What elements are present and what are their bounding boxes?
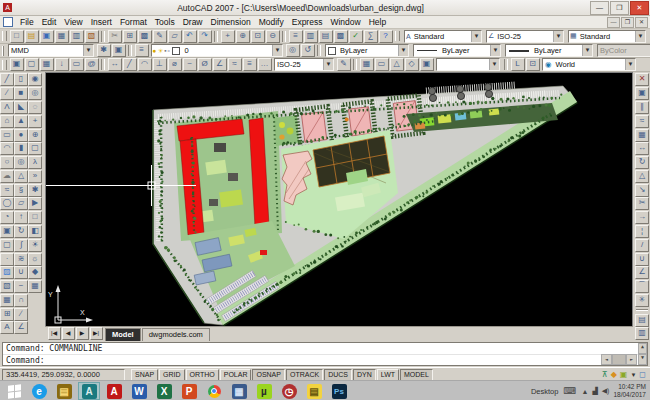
- pan-icon[interactable]: +: [221, 30, 235, 43]
- explode-icon[interactable]: ✳: [635, 294, 649, 307]
- ucs-previous-icon[interactable]: ⊡: [526, 58, 540, 71]
- tool-palettes-icon[interactable]: ▤: [319, 30, 333, 43]
- wedge-icon[interactable]: ◣: [14, 101, 28, 114]
- menu-modify[interactable]: Modify: [255, 16, 288, 28]
- match-properties-icon[interactable]: ✎: [153, 30, 167, 43]
- workspace-combo[interactable]: MMD▼: [8, 44, 94, 57]
- mirror-icon[interactable]: ∥: [635, 101, 649, 114]
- save-icon[interactable]: ▣: [40, 30, 54, 43]
- polygonal-viewport-icon[interactable]: △: [390, 58, 404, 71]
- hatch-icon[interactable]: ▨: [0, 266, 14, 279]
- linear-dimension-icon[interactable]: ↔: [108, 58, 122, 71]
- revolve-icon[interactable]: ↻: [14, 225, 28, 238]
- continue-dimension-icon[interactable]: …: [258, 58, 272, 71]
- tab-layout-dwgmodels[interactable]: dwgmodels.com: [142, 328, 210, 341]
- send-to-back-icon[interactable]: ▥: [635, 327, 649, 340]
- linetype-combo[interactable]: ByLayer▼: [413, 44, 501, 57]
- diameter-dimension-icon[interactable]: Ø: [198, 58, 212, 71]
- loft-icon[interactable]: ≋: [14, 253, 28, 266]
- taskbar-powerpoint-icon[interactable]: P: [178, 382, 200, 400]
- ordinate-dimension-icon[interactable]: ⊥: [153, 58, 167, 71]
- toggle-ortho[interactable]: ORTHO: [186, 369, 219, 381]
- chevron-down-icon[interactable]: ▼: [471, 31, 481, 42]
- toggle-osnap[interactable]: OSNAP: [252, 369, 285, 381]
- hide-icon[interactable]: □: [28, 211, 42, 224]
- markup-set-manager-icon[interactable]: ✓: [349, 30, 363, 43]
- dim-style-combo[interactable]: ∠ ISO-25▼: [486, 30, 564, 43]
- copy-object-icon[interactable]: ▣: [635, 87, 649, 100]
- save-workspace-icon[interactable]: ▣: [112, 44, 126, 57]
- radius-dimension-icon[interactable]: ⌀: [168, 58, 182, 71]
- cui-loaded-icon[interactable]: ▣: [620, 370, 628, 379]
- redo-icon[interactable]: ↷: [198, 30, 212, 43]
- tab-model[interactable]: Model: [105, 328, 141, 341]
- publish-icon[interactable]: ▧: [85, 30, 99, 43]
- sweep-icon[interactable]: ∫: [14, 239, 28, 252]
- ellipse-arc-icon[interactable]: ◔: [0, 211, 14, 224]
- toggle-polar[interactable]: POLAR: [220, 369, 252, 381]
- new-icon[interactable]: □: [10, 30, 24, 43]
- layer-previous-icon[interactable]: ↺: [301, 44, 315, 57]
- dim-style-combo-2[interactable]: ISO-25▼: [274, 58, 334, 71]
- fly-icon[interactable]: »: [28, 170, 42, 183]
- clean-screen-icon[interactable]: ◻: [639, 370, 646, 379]
- chevron-down-icon[interactable]: ▼: [553, 31, 563, 42]
- toggle-model[interactable]: MODEL: [400, 369, 433, 381]
- torus-icon[interactable]: ◎: [14, 156, 28, 169]
- baseline-dimension-icon[interactable]: ≡: [243, 58, 257, 71]
- touch-keyboard-icon[interactable]: ⌨: [563, 386, 576, 396]
- menu-help[interactable]: Help: [365, 16, 390, 28]
- slice-icon[interactable]: ∕: [14, 308, 28, 321]
- angular-dimension-icon[interactable]: ∠: [213, 58, 227, 71]
- menu-draw[interactable]: Draw: [179, 16, 207, 28]
- copy-icon[interactable]: ⊞: [123, 30, 137, 43]
- coordinate-readout[interactable]: 335.4419, 259.0932, 0.0000: [2, 369, 125, 381]
- helix-icon[interactable]: §: [14, 184, 28, 197]
- command-input-line[interactable]: Command:: [3, 354, 647, 366]
- tray-caret-icon[interactable]: ▼: [630, 372, 636, 378]
- doc-restore-icon[interactable]: ❐: [621, 17, 634, 28]
- break-at-point-icon[interactable]: ¦: [635, 225, 649, 238]
- first-tab-icon[interactable]: |◀: [48, 327, 61, 340]
- constrained-orbit-icon[interactable]: ◉: [28, 73, 42, 86]
- box-icon[interactable]: ■: [14, 87, 28, 100]
- taskbar-calculator-icon[interactable]: ▦: [228, 382, 250, 400]
- subtract-icon[interactable]: −: [14, 280, 28, 293]
- cut-icon[interactable]: ✂: [108, 30, 122, 43]
- network-icon[interactable]: ▟: [592, 387, 597, 395]
- title-bar[interactable]: A AutoCAD 2007 - [C:\Users\Moeed\Downloa…: [0, 0, 650, 16]
- toggle-dyn[interactable]: DYN: [353, 369, 376, 381]
- doc-minimize-icon[interactable]: —: [607, 17, 620, 28]
- make-block-icon[interactable]: ▢: [0, 239, 14, 252]
- gradient-icon[interactable]: ▧: [0, 280, 14, 293]
- previous-tab-icon[interactable]: ◀: [62, 327, 75, 340]
- toolbar-grip[interactable]: [2, 46, 4, 56]
- taskbar-sticky-notes-icon[interactable]: ▤: [303, 382, 325, 400]
- model-space-canvas[interactable]: Y X: [45, 72, 633, 327]
- table-icon[interactable]: ⊞: [0, 308, 14, 321]
- viewport-scale-combo[interactable]: ▼: [436, 58, 500, 71]
- taskbar-utorrent-icon[interactable]: µ: [253, 382, 275, 400]
- toggle-otrack[interactable]: OTRACK: [286, 369, 323, 381]
- free-orbit-icon[interactable]: ◎: [28, 87, 42, 100]
- taskbar-chrome-icon[interactable]: [203, 382, 225, 400]
- last-tab-icon[interactable]: ▶|: [90, 327, 103, 340]
- jogged-dimension-icon[interactable]: ~: [183, 58, 197, 71]
- walk-icon[interactable]: λ: [28, 156, 42, 169]
- animation-icon[interactable]: ▶: [28, 197, 42, 210]
- layer-properties-icon[interactable]: ≡: [135, 44, 149, 57]
- walk-fly-settings-icon[interactable]: ✱: [28, 184, 42, 197]
- toggle-snap[interactable]: SNAP: [131, 369, 158, 381]
- desktop-label[interactable]: Desktop: [531, 387, 559, 396]
- planar-surface-icon[interactable]: ▱: [14, 197, 28, 210]
- camera-icon[interactable]: ▢: [28, 142, 42, 155]
- chevron-down-icon[interactable]: ▼: [635, 31, 645, 42]
- layer-combo[interactable]: ● ☀ ▪ ▫ 0▼: [151, 44, 283, 57]
- extend-icon[interactable]: →: [635, 211, 649, 224]
- insert-block-icon[interactable]: ▣: [0, 225, 14, 238]
- chevron-down-icon[interactable]: ▼: [323, 59, 333, 70]
- taskbar-excel-icon[interactable]: X: [153, 382, 175, 400]
- menu-tools[interactable]: Tools: [151, 16, 179, 28]
- chamfer-icon[interactable]: ∠: [635, 266, 649, 279]
- quick-dimension-icon[interactable]: ≈: [228, 58, 242, 71]
